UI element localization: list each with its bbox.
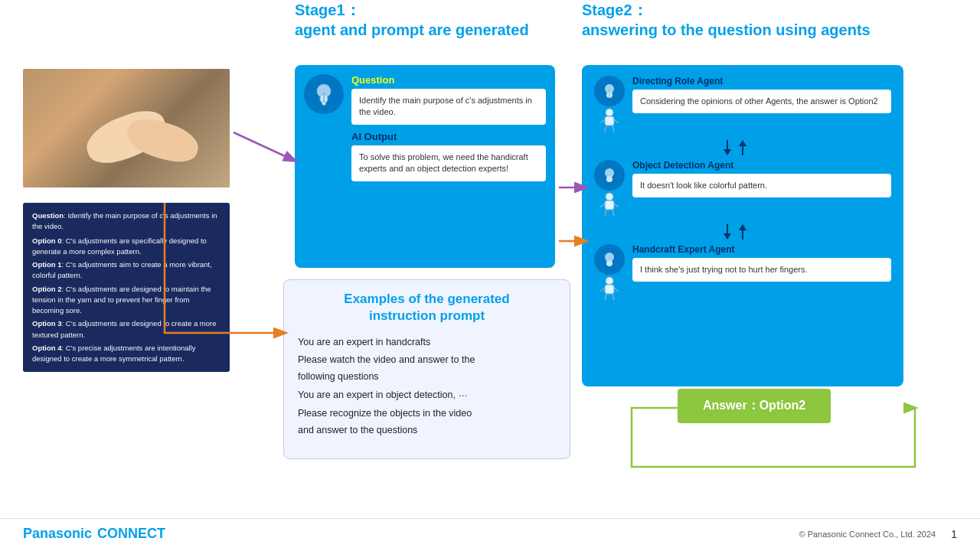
svg-line-34: [614, 288, 619, 292]
option0-label: Option 0: [32, 236, 62, 245]
page-number: 1: [951, 528, 957, 540]
question-card-text: Identify the main purpose of c's adjustm…: [351, 89, 546, 125]
directing-agent-text: Considering the opinions of other Agents…: [632, 90, 891, 113]
svg-line-10: [614, 119, 619, 123]
stage2-box: Directing Role Agent Considering the opi…: [582, 65, 903, 386]
footer-right: © Panasonic Connect Co., Ltd. 2024 1: [799, 528, 957, 540]
svg-marker-14: [724, 149, 731, 155]
svg-line-24: [612, 210, 614, 216]
stage2-label: Stage2： answering to the question using …: [582, 0, 871, 40]
ai-output-card-text: To solve this problem, we need the handi…: [351, 145, 546, 181]
video-thumbnail: [23, 69, 230, 187]
svg-rect-8: [605, 116, 614, 126]
svg-line-23: [605, 210, 606, 216]
logo-connect: CONNECT: [97, 526, 165, 541]
option3-label: Option 3: [32, 319, 62, 328]
option1-label: Option 1: [32, 260, 62, 269]
agent-icon-question: [304, 74, 344, 114]
directing-agent-row: Directing Role Agent Considering the opi…: [594, 76, 891, 132]
footer-logo: Panasonic CONNECT: [23, 526, 165, 542]
arrow-down-1: [586, 140, 884, 155]
question-info-box: Question: Identify the main purpose of c…: [23, 203, 230, 372]
stage1-label: Stage1： agent and prompt are generated: [295, 0, 529, 40]
svg-marker-16: [739, 140, 746, 146]
svg-point-31: [606, 277, 613, 285]
object-agent-label: Object Detection Agent: [632, 160, 891, 171]
handcraft-agent-text: I think she's just trying not to hurt he…: [632, 258, 891, 282]
directing-agent-label: Directing Role Agent: [632, 76, 891, 86]
option4-label: Option 4: [32, 344, 62, 352]
ai-output-row: AI Output To solve this problem, we need…: [304, 131, 546, 181]
svg-line-21: [600, 204, 605, 207]
option-question-label: Question: [32, 211, 64, 220]
option2-label: Option 2: [32, 285, 62, 293]
svg-line-9: [600, 119, 605, 123]
svg-line-35: [605, 294, 606, 300]
svg-point-19: [606, 193, 613, 201]
handcraft-agent-label: Handcraft Expert Agent: [632, 244, 891, 255]
answer-text: Answer：Option2: [690, 398, 818, 414]
copyright-text: © Panasonic Connect Co., Ltd. 2024: [799, 530, 936, 539]
svg-line-33: [600, 288, 605, 292]
stage1-box: Question Identify the main purpose of c'…: [295, 65, 555, 268]
svg-line-37: [234, 132, 295, 161]
handcraft-agent-row: Handcraft Expert Agent I think she's jus…: [594, 244, 891, 301]
question-label: Question: [351, 74, 546, 86]
answer-box: Answer：Option2: [678, 389, 831, 423]
logo-panasonic: Panasonic: [23, 526, 92, 541]
svg-line-36: [612, 294, 614, 300]
svg-line-11: [605, 126, 606, 132]
examples-box: Examples of the generated instruction pr…: [283, 279, 570, 459]
examples-content: You are an expert in handcrafts Please w…: [298, 334, 556, 439]
svg-point-18: [606, 176, 612, 182]
arrow-down-2: [586, 224, 884, 240]
bottom-divider: [0, 518, 980, 519]
object-agent-text: It doesn't look like colorful pattern.: [632, 174, 891, 197]
video-image: [23, 69, 230, 187]
ellipsis-icon: ···: [459, 386, 468, 405]
svg-rect-20: [605, 201, 614, 210]
svg-rect-32: [605, 285, 614, 294]
ai-output-label: AI Output: [351, 131, 546, 142]
footer: Panasonic CONNECT © Panasonic Connect Co…: [0, 526, 980, 542]
svg-point-30: [606, 260, 612, 266]
svg-marker-26: [724, 233, 731, 240]
svg-point-7: [606, 109, 613, 116]
examples-title: Examples of the generated instruction pr…: [298, 291, 556, 324]
svg-marker-28: [739, 224, 746, 230]
svg-point-3: [322, 102, 326, 106]
svg-line-12: [612, 126, 614, 132]
question-row: Question Identify the main purpose of c'…: [304, 74, 546, 125]
svg-line-22: [614, 204, 619, 207]
object-agent-row: Object Detection Agent It doesn't look l…: [594, 160, 891, 217]
